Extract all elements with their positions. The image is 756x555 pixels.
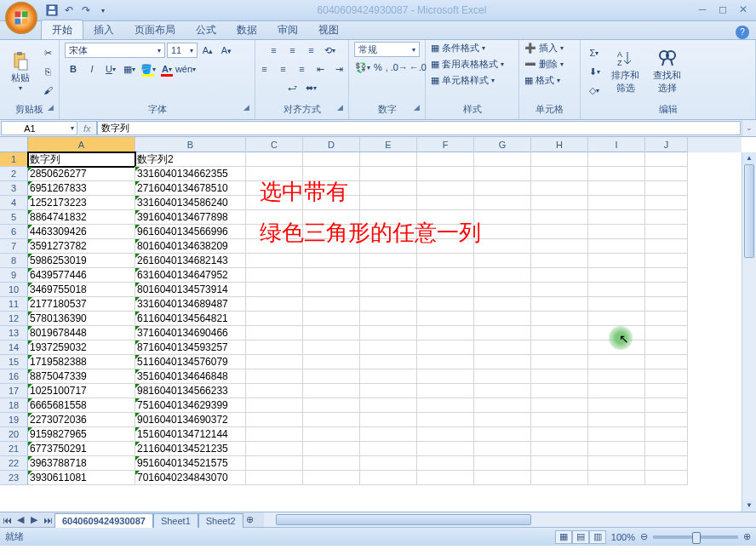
cell[interactable] — [531, 312, 588, 326]
cell[interactable] — [303, 181, 360, 196]
cell[interactable] — [303, 413, 360, 427]
cell[interactable] — [474, 297, 531, 312]
cell[interactable] — [645, 239, 688, 254]
format-cells-button[interactable]: ▦格式▾ — [524, 74, 560, 87]
cell[interactable] — [246, 268, 303, 283]
scroll-up-icon[interactable]: ▲ — [742, 152, 756, 164]
cell[interactable] — [588, 427, 645, 442]
cell[interactable] — [417, 456, 474, 471]
cell[interactable]: 3316040134586240 — [135, 196, 246, 210]
copy-icon[interactable]: ⎘ — [39, 63, 56, 80]
column-header[interactable]: G — [474, 137, 531, 152]
cell[interactable] — [246, 297, 303, 312]
cell[interactable] — [531, 456, 588, 471]
fx-button[interactable]: fx — [83, 123, 91, 134]
cell[interactable] — [417, 355, 474, 369]
cell[interactable]: 1937259032 — [28, 340, 135, 355]
cell[interactable]: 3930611081 — [28, 471, 135, 485]
cell[interactable] — [645, 413, 688, 427]
cell[interactable]: 9616040134566996 — [135, 225, 246, 239]
cell[interactable] — [303, 225, 360, 239]
sheet-tab[interactable]: 6040609424930087 — [54, 513, 153, 528]
cell[interactable]: 9016040134690372 — [135, 413, 246, 427]
cell[interactable] — [417, 442, 474, 456]
cell[interactable] — [360, 442, 417, 456]
cell[interactable] — [417, 340, 474, 355]
cell[interactable] — [303, 196, 360, 210]
maximize-button[interactable]: ◻ — [713, 3, 732, 17]
cell[interactable] — [246, 326, 303, 340]
column-header[interactable]: D — [303, 137, 360, 152]
cell[interactable] — [588, 181, 645, 196]
cell[interactable] — [474, 181, 531, 196]
cell[interactable] — [303, 384, 360, 398]
row-header[interactable]: 5 — [0, 210, 28, 225]
hscroll-thumb[interactable] — [276, 514, 531, 525]
insert-cells-button[interactable]: ➕插入▾ — [524, 42, 564, 54]
vertical-scrollbar[interactable]: ▲ ▼ — [742, 152, 756, 512]
cell-style-button[interactable]: ▦单元格样式▾ — [431, 74, 495, 87]
cell[interactable] — [246, 456, 303, 471]
cell[interactable] — [474, 471, 531, 485]
cell[interactable] — [474, 268, 531, 283]
cell[interactable] — [303, 167, 360, 181]
row-header[interactable]: 17 — [0, 384, 28, 398]
cell[interactable] — [531, 442, 588, 456]
cell[interactable] — [474, 456, 531, 471]
cell[interactable] — [246, 225, 303, 239]
office-button[interactable] — [5, 2, 37, 34]
cell[interactable] — [645, 225, 688, 239]
autosum-icon[interactable]: Σ▾ — [586, 44, 603, 61]
help-icon[interactable]: ? — [736, 26, 749, 39]
cell[interactable]: 8875047339 — [28, 369, 135, 384]
cell[interactable] — [360, 254, 417, 268]
cell[interactable] — [645, 369, 688, 384]
row-header[interactable]: 7 — [0, 239, 28, 254]
align-bottom-icon[interactable]: ≡ — [303, 42, 320, 59]
cell[interactable] — [645, 152, 688, 167]
paste-button[interactable]: 粘贴▾ — [5, 49, 36, 94]
cell[interactable] — [303, 297, 360, 312]
cell[interactable] — [645, 181, 688, 196]
cell[interactable] — [246, 413, 303, 427]
currency-icon[interactable]: 💱▾ — [354, 59, 371, 76]
increase-font-icon[interactable]: A▴ — [199, 42, 216, 59]
cell[interactable]: 2273072036 — [28, 413, 135, 427]
cell[interactable] — [531, 355, 588, 369]
first-sheet-icon[interactable]: ⏮ — [0, 515, 14, 525]
cell[interactable] — [246, 369, 303, 384]
cell[interactable]: 9159827965 — [28, 427, 135, 442]
table-format-button[interactable]: ▦套用表格格式▾ — [431, 58, 504, 71]
italic-button[interactable]: I — [83, 60, 100, 77]
row-header[interactable]: 4 — [0, 196, 28, 210]
cell[interactable] — [360, 239, 417, 254]
cell[interactable] — [474, 384, 531, 398]
cell[interactable]: 8864741832 — [28, 210, 135, 225]
cell[interactable] — [474, 398, 531, 413]
cell[interactable] — [645, 297, 688, 312]
cell[interactable] — [474, 152, 531, 167]
expand-formula-icon[interactable]: ⌄ — [742, 120, 756, 136]
undo-icon[interactable]: ↶ — [61, 3, 77, 18]
sheet-tab[interactable]: Sheet2 — [198, 513, 243, 528]
minimize-button[interactable]: ─ — [693, 3, 712, 17]
cell[interactable] — [417, 167, 474, 181]
close-button[interactable]: ✕ — [734, 3, 753, 17]
cell[interactable]: 数字列 — [28, 152, 135, 167]
cell[interactable] — [360, 283, 417, 297]
cell[interactable]: 3591273782 — [28, 239, 135, 254]
cell[interactable] — [474, 225, 531, 239]
cell[interactable] — [588, 283, 645, 297]
cell[interactable] — [303, 268, 360, 283]
cell[interactable] — [246, 239, 303, 254]
cell[interactable] — [588, 225, 645, 239]
cell[interactable]: 8016040134573914 — [135, 283, 246, 297]
row-header[interactable]: 18 — [0, 398, 28, 413]
cell[interactable] — [531, 167, 588, 181]
font-size-combo[interactable]: 11▾ — [167, 43, 198, 58]
cell[interactable] — [360, 427, 417, 442]
cell[interactable] — [645, 456, 688, 471]
cell[interactable]: 6439577446 — [28, 268, 135, 283]
cell[interactable] — [360, 369, 417, 384]
cell[interactable] — [645, 427, 688, 442]
